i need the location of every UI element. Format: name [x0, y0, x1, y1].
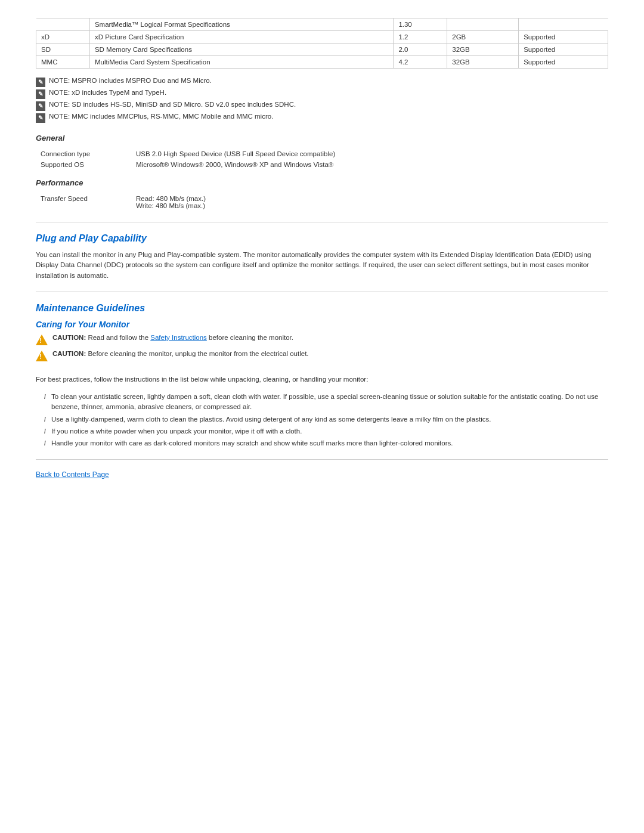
note-text: NOTE: xD includes TypeM and TypeH. — [49, 89, 166, 96]
note-text: NOTE: MSPRO includes MSPRO Duo and MS Mi… — [49, 77, 212, 84]
note-item: ✎ NOTE: MMC includes MMCPlus, RS-MMC, MM… — [36, 113, 608, 123]
caution-block-2: CAUTION: Before cleaning the monitor, un… — [36, 350, 608, 361]
caution-text-1: CAUTION: Read and follow the Safety Inst… — [52, 334, 293, 341]
note-item: ✎ NOTE: MSPRO includes MSPRO Duo and MS … — [36, 77, 608, 87]
note-icon: ✎ — [36, 89, 45, 99]
performance-section-title: Performance — [36, 178, 608, 187]
note-icon: ✎ — [36, 113, 45, 123]
divider — [36, 222, 608, 222]
list-item: Use a lightly-dampened, warm cloth to cl… — [44, 414, 608, 425]
spec-table: SmartMedia™ Logical Format Specification… — [36, 18, 608, 69]
maintenance-intro: For best practices, follow the instructi… — [36, 374, 608, 385]
table-row: SmartMedia™ Logical Format Specification… — [36, 18, 608, 31]
general-row: Supported OS Microsoft® Windows® 2000, W… — [36, 159, 608, 170]
caution-block-1: CAUTION: Read and follow the Safety Inst… — [36, 334, 608, 345]
maintenance-bullet-list: To clean your antistatic screen, lightly… — [36, 392, 608, 448]
general-row: Connection type USB 2.0 High Speed Devic… — [36, 148, 608, 159]
list-item: Handle your monitor with care as dark-co… — [44, 438, 608, 448]
note-item: ✎ NOTE: xD includes TypeM and TypeH. — [36, 89, 608, 99]
table-row: MMC MultiMedia Card System Specification… — [36, 56, 608, 69]
caring-for-monitor-heading: Caring for Your Monitor — [36, 320, 608, 329]
list-item: To clean your antistatic screen, lightly… — [44, 392, 608, 413]
note-text: NOTE: MMC includes MMCPlus, RS-MMC, MMC … — [49, 113, 273, 120]
plug-and-play-body: You can install the monitor in any Plug … — [36, 250, 608, 281]
performance-row: Transfer Speed Read: 480 Mb/s (max.) Wri… — [36, 193, 608, 211]
note-item: ✎ NOTE: SD includes HS-SD, MiniSD and SD… — [36, 101, 608, 111]
table-row: xD xD Picture Card Specification 1.2 2GB… — [36, 31, 608, 44]
caution-text-2: CAUTION: Before cleaning the monitor, un… — [52, 350, 309, 357]
note-icon: ✎ — [36, 78, 45, 87]
maintenance-heading: Maintenance Guidelines — [36, 303, 608, 314]
back-to-contents-link[interactable]: Back to Contents Page — [36, 470, 109, 479]
table-row: SD SD Memory Card Specifications 2.0 32G… — [36, 44, 608, 56]
performance-table: Transfer Speed Read: 480 Mb/s (max.) Wri… — [36, 193, 608, 211]
caution-icon-1 — [36, 335, 48, 345]
list-item: If you notice a white powder when you un… — [44, 426, 608, 436]
note-text: NOTE: SD includes HS-SD, MiniSD and SD M… — [49, 101, 296, 108]
divider — [36, 459, 608, 460]
safety-instructions-link[interactable]: Safety Instructions — [150, 334, 207, 341]
divider — [36, 292, 608, 292]
notes-section: ✎ NOTE: MSPRO includes MSPRO Duo and MS … — [36, 77, 608, 123]
general-section-title: General — [36, 134, 608, 143]
note-icon: ✎ — [36, 101, 45, 111]
caution-icon-2 — [36, 351, 48, 361]
plug-and-play-heading: Plug and Play Capability — [36, 233, 608, 244]
general-table: Connection type USB 2.0 High Speed Devic… — [36, 148, 608, 170]
